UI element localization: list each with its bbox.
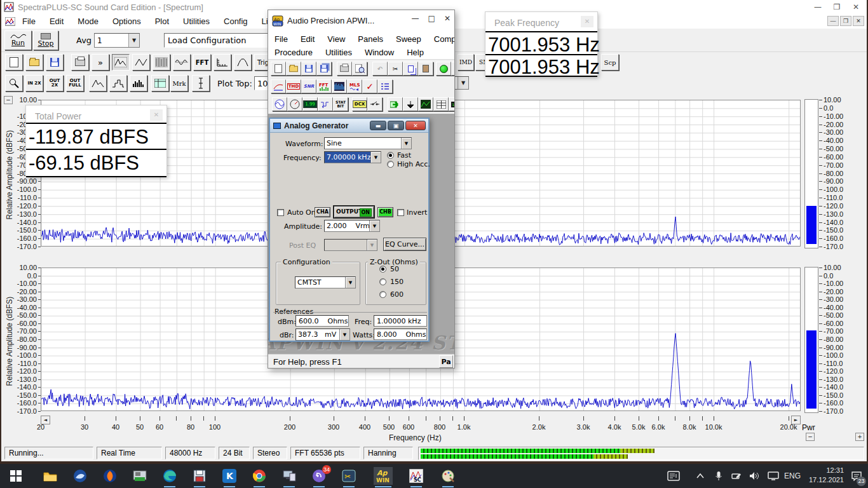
microphone-icon[interactable] — [711, 467, 726, 485]
apwin-panel-tab[interactable]: Pa — [439, 355, 453, 368]
thunderbird[interactable] — [71, 467, 90, 485]
apwin-snr-panel-button[interactable]: SNR — [301, 79, 316, 93]
apwin-undo-button[interactable]: ↶ — [372, 62, 388, 76]
waveform-combo[interactable]: Sine▼ — [324, 137, 412, 149]
apwin-regulation-button[interactable]: ✓ — [362, 79, 377, 93]
cha-button[interactable]: CHA — [315, 207, 330, 217]
speaker-icon[interactable] — [747, 467, 763, 485]
outputs-button[interactable]: OUTPUTS ON — [333, 205, 375, 219]
apwin-digital-io-button[interactable] — [318, 97, 333, 111]
apwin-settling-button[interactable] — [403, 97, 418, 111]
edge[interactable] — [160, 467, 179, 485]
apwin-list-button[interactable] — [377, 79, 393, 93]
close-icon[interactable]: ✕ — [150, 109, 163, 121]
dbm-field[interactable]: 600.0 Ohms — [295, 315, 349, 327]
apwin-bar-ruler-button[interactable]: 1.00 — [449, 97, 455, 111]
freq-ref-field[interactable]: 1.00000 kHz — [374, 315, 427, 327]
apwin-new-button[interactable] — [271, 62, 286, 76]
apwin-generator-button[interactable] — [272, 97, 287, 111]
news-icon[interactable] — [666, 467, 681, 485]
close-icon[interactable]: ✕ — [581, 16, 593, 27]
apwin-taskbar[interactable]: ApWIN — [374, 467, 393, 485]
apwin-extra-button[interactable] — [451, 62, 455, 76]
device-manager-app[interactable] — [130, 467, 149, 485]
audio-app[interactable] — [100, 467, 119, 485]
dialog-minimize-button[interactable]: ▬ — [370, 121, 386, 130]
zout-50-radio[interactable] — [379, 266, 386, 273]
start-button[interactable] — [6, 467, 25, 485]
post-eq-combo[interactable]: ▼ — [324, 239, 377, 251]
chevron-down-icon[interactable]: ▼ — [345, 277, 355, 288]
apwin-menu-compute[interactable]: Compute — [434, 34, 455, 44]
configuration-combo[interactable]: CMTST▼ — [295, 276, 356, 288]
zout-150-radio[interactable] — [379, 278, 386, 285]
file-explorer[interactable] — [41, 467, 60, 485]
chevron-down-icon[interactable]: ▼ — [339, 329, 349, 340]
apwin-save-button[interactable] — [301, 62, 316, 76]
clock[interactable]: 12:3117.12.2021 — [806, 466, 844, 485]
chevron-down-icon[interactable]: ▼ — [401, 138, 411, 149]
apwin-maximize-button[interactable]: □ — [428, 14, 435, 23]
apwin-spectrum-panel-button[interactable] — [332, 79, 347, 93]
eq-curve-button[interactable]: EQ Curve... — [383, 238, 426, 251]
pen-icon[interactable] — [729, 467, 744, 485]
apwin-menu-window[interactable]: Window — [365, 48, 394, 57]
apwin-copy-button[interactable] — [403, 62, 418, 76]
fast-radio[interactable] — [387, 152, 394, 159]
dialog-restore-button[interactable]: ▣ — [388, 121, 404, 130]
apwin-stat-bit-button[interactable]: STAT BIT — [333, 97, 348, 111]
apwin-menu-panels[interactable]: Panels — [358, 34, 383, 44]
apwin-thd-panel-button[interactable]: THD — [286, 79, 301, 93]
apwin-generator-on-button[interactable] — [436, 62, 451, 76]
k-app[interactable]: K — [220, 467, 239, 485]
language-indicator[interactable]: ENG — [784, 471, 801, 480]
apwin-data-editor-button[interactable] — [433, 97, 449, 111]
apwin-print-button[interactable] — [337, 62, 352, 76]
viber[interactable]: 34 — [309, 467, 329, 485]
apwin-paste-button[interactable] — [418, 62, 433, 76]
spectraplus-sc[interactable]: SC — [407, 467, 426, 485]
apwin-menu-utilities[interactable]: Utilities — [325, 48, 352, 57]
apwin-mls-panel-button[interactable]: MLS — [347, 79, 362, 93]
apwin-menu-edit[interactable]: Edit — [301, 34, 315, 44]
apwin-cut-button[interactable]: ✂ — [388, 62, 403, 76]
apwin-dcx-button[interactable]: DCX — [352, 97, 367, 111]
apwin-menu-sweep[interactable]: Sweep — [396, 34, 421, 44]
apwin-graph-button[interactable] — [418, 97, 433, 111]
action-center-button[interactable]: 23 — [848, 467, 865, 485]
apwin-preview-button[interactable] — [352, 62, 367, 76]
paint-app[interactable] — [438, 467, 458, 485]
frequency-combo[interactable]: 7.00000 kHz▼ — [324, 151, 381, 163]
apwin-menu-file[interactable]: File — [275, 34, 288, 44]
watts-field[interactable]: 8.000 Ohms — [374, 329, 427, 340]
apwin-analyzer-button[interactable] — [287, 97, 302, 111]
apwin-menu-view[interactable]: View — [327, 34, 345, 44]
apwin-sweep-button[interactable] — [388, 97, 403, 111]
auto-on-checkbox[interactable] — [277, 209, 284, 216]
scroll-left-button[interactable]: ◄ — [41, 416, 50, 424]
winimage[interactable] — [190, 467, 209, 485]
apwin-fft-panel-button[interactable]: FFT — [316, 79, 332, 93]
apwin-menu-help[interactable]: Help — [407, 48, 424, 57]
display-icon[interactable] — [766, 467, 781, 485]
chevron-down-icon[interactable]: ▼ — [370, 152, 381, 163]
apwin-level-panel-button[interactable] — [271, 79, 286, 93]
invert-checkbox[interactable] — [397, 209, 404, 216]
apwin-minimize-button[interactable]: — — [412, 14, 419, 23]
high-acc-radio[interactable] — [387, 161, 394, 168]
chrome[interactable] — [250, 467, 269, 485]
apwin-menu-procedure[interactable]: Procedure — [275, 48, 313, 57]
chevron-down-icon[interactable]: ▼ — [369, 220, 379, 231]
meter-zoom-in-button[interactable]: + — [855, 433, 864, 441]
apwin-digital-meter-button[interactable]: 1.99 — [302, 97, 318, 111]
amplitude-combo[interactable]: 2.000 Vrms▼ — [324, 220, 380, 232]
hidden-icons-chevron[interactable] — [693, 467, 708, 485]
chb-button[interactable]: CHB — [377, 207, 393, 217]
scroll-right-button[interactable]: ► — [791, 416, 801, 424]
zout-600-radio[interactable] — [379, 291, 386, 298]
dbr-combo[interactable]: 387.3 mV▼ — [295, 329, 350, 341]
snipping-tool[interactable]: ✂ — [339, 467, 358, 485]
apwin-save-all-button[interactable] — [316, 62, 332, 76]
dialog-close-button[interactable]: ✕ — [405, 121, 426, 130]
apwin-switcher-button[interactable] — [367, 97, 383, 111]
